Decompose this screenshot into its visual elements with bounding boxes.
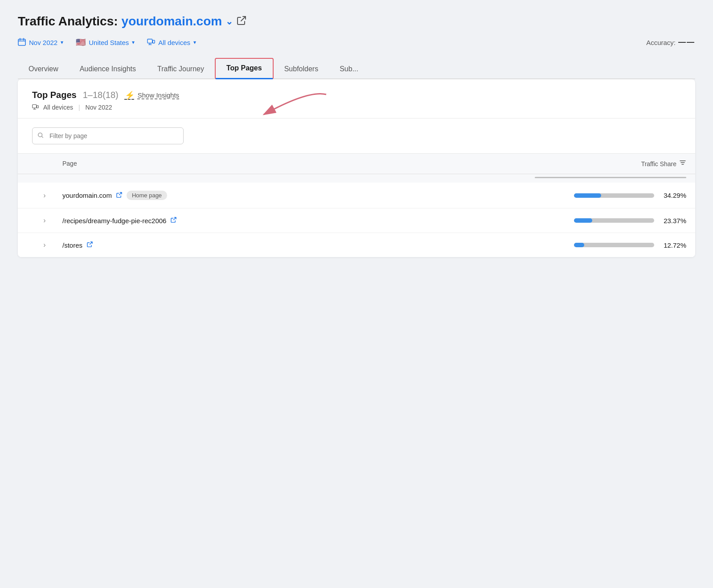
row-3-bar-fill [574, 243, 584, 247]
row-1-external-icon[interactable] [116, 192, 122, 199]
devices-icon [147, 38, 155, 47]
page-wrapper: Traffic Analytics: yourdomain.com ⌄ Nov … [0, 0, 713, 588]
svg-rect-4 [33, 105, 37, 108]
row-1-pct: 34.29% [660, 192, 686, 199]
accuracy-text: Accuracy: [646, 39, 676, 46]
pipe-divider: | [78, 104, 80, 111]
date-filter-button[interactable]: Nov 2022 ▾ [18, 38, 63, 47]
accuracy-section: Accuracy: —— [646, 38, 695, 47]
row-1-expand[interactable]: › [27, 192, 62, 200]
svg-rect-1 [148, 39, 152, 43]
col-traffic-header: Traffic Share [535, 160, 686, 167]
devices-small-icon [32, 104, 39, 111]
lightning-icon: ⚡ [125, 90, 135, 100]
nav-tabs: Overview Audience Insights Traffic Journ… [18, 58, 695, 79]
card-count: 1–18(18) [83, 90, 119, 100]
filter-input-wrap [32, 127, 184, 144]
tab-sub[interactable]: Sub... [329, 60, 369, 78]
calendar-icon [18, 38, 26, 47]
tab-traffic-journey[interactable]: Traffic Journey [147, 60, 215, 78]
svg-rect-2 [153, 40, 155, 43]
country-label: United States [89, 39, 129, 46]
flag-icon: 🇺🇸 [76, 37, 86, 47]
devices-label: All devices [158, 39, 190, 46]
row-3-traffic: 12.72% [535, 241, 686, 249]
domain-name: yourdomain.com [122, 14, 222, 29]
filters-row: Nov 2022 ▾ 🇺🇸 United States ▾ All device… [18, 37, 695, 47]
page-title: Traffic Analytics: yourdomain.com ⌄ [18, 14, 695, 29]
tab-subfolders[interactable]: Subfolders [274, 60, 329, 78]
card-title-row: Top Pages 1–18(18) ⚡ Show Insights [32, 90, 681, 100]
row-1-bar-fill [574, 193, 601, 198]
row-3-page-name: /stores [62, 241, 82, 249]
card-devices-label: All devices [43, 104, 73, 111]
sort-icon[interactable] [679, 160, 686, 167]
devices-chevron-icon: ▾ [193, 39, 196, 45]
chevron-right-icon: › [43, 216, 45, 225]
row-2-external-icon[interactable] [171, 217, 176, 224]
row-3-expand[interactable]: › [27, 241, 62, 249]
row-1-tag: Home page [127, 191, 167, 200]
country-chevron-icon: ▾ [132, 39, 135, 45]
external-link-icon[interactable] [237, 16, 246, 28]
date-label: Nov 2022 [29, 39, 57, 46]
card-header: Top Pages 1–18(18) ⚡ Show Insights [18, 79, 695, 118]
row-3-page: /stores [62, 241, 535, 249]
show-insights-label: Show Insights [138, 91, 179, 99]
table-row: › yourdomain.com Home page [18, 183, 695, 208]
card-title: Top Pages [32, 90, 77, 100]
row-3-bar-wrap [574, 243, 654, 247]
svg-rect-5 [37, 106, 39, 108]
chevron-right-icon: › [43, 241, 45, 249]
devices-filter-button[interactable]: All devices ▾ [147, 38, 196, 47]
tab-audience-insights[interactable]: Audience Insights [69, 60, 147, 78]
column-progress-bar [535, 177, 686, 178]
chevron-right-icon: › [43, 192, 45, 200]
row-2-traffic: 23.37% [535, 217, 686, 225]
col-page-header: Page [62, 160, 535, 167]
row-1-page: yourdomain.com Home page [62, 191, 535, 200]
accuracy-value: —— [678, 38, 695, 47]
row-2-pct: 23.37% [660, 217, 686, 225]
table-header: Page Traffic Share [18, 154, 695, 174]
row-2-bar-wrap [574, 218, 654, 223]
col-expand-header [27, 160, 62, 167]
main-card: Top Pages 1–18(18) ⚡ Show Insights [18, 79, 695, 257]
domain-chevron-icon[interactable]: ⌄ [225, 16, 233, 27]
tab-overview[interactable]: Overview [18, 60, 69, 78]
row-2-bar-fill [574, 218, 592, 223]
row-3-pct: 12.72% [660, 241, 686, 249]
search-icon [37, 132, 44, 140]
country-filter-button[interactable]: 🇺🇸 United States ▾ [76, 37, 135, 47]
row-2-expand[interactable]: › [27, 216, 62, 225]
card-date: Nov 2022 [86, 104, 112, 111]
title-prefix: Traffic Analytics: [18, 14, 118, 29]
filter-by-page-input[interactable] [32, 127, 184, 144]
table-row: › /stores 12.72% [18, 233, 695, 257]
row-2-page: /recipes/dreamy-fudge-pie-rec2006 [62, 217, 535, 225]
filter-bar [18, 118, 695, 154]
row-1-traffic: 34.29% [535, 192, 686, 199]
svg-rect-0 [18, 39, 25, 45]
table-row: › /recipes/dreamy-fudge-pie-rec2006 [18, 208, 695, 233]
tab-top-pages[interactable]: Top Pages [215, 58, 274, 79]
show-insights-button[interactable]: ⚡ Show Insights [125, 90, 179, 100]
date-chevron-icon: ▾ [61, 39, 63, 45]
row-1-bar-wrap [574, 193, 654, 198]
table-body: › yourdomain.com Home page [18, 183, 695, 257]
row-2-page-name: /recipes/dreamy-fudge-pie-rec2006 [62, 217, 166, 225]
card-sub-row: All devices | Nov 2022 [32, 104, 681, 111]
row-1-page-name: yourdomain.com [62, 192, 112, 199]
row-3-external-icon[interactable] [87, 241, 93, 249]
